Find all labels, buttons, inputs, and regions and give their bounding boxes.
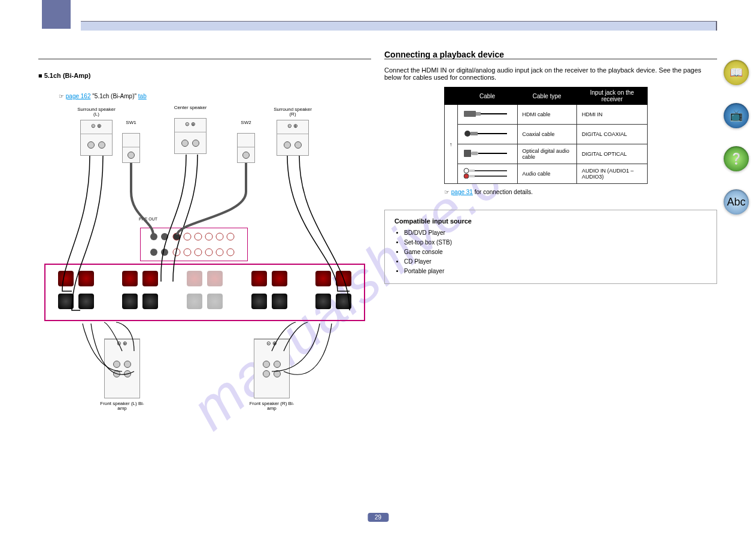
cable-name: HDMI cable bbox=[517, 105, 576, 125]
preout-box bbox=[140, 228, 248, 261]
speaker-label: SW1 bbox=[117, 120, 145, 125]
speaker-label: Surround speaker (R) bbox=[271, 107, 314, 117]
table-row: Audio cable AUDIO IN (AUDIO1 – AUDIO3) bbox=[445, 164, 648, 184]
svg-point-1 bbox=[161, 233, 168, 240]
xref-prefix: ☞ bbox=[59, 93, 64, 99]
cable-table: Cable Cable type Input jack on the recei… bbox=[444, 87, 648, 184]
subwoofer-1: SW1 bbox=[122, 133, 140, 163]
wiring-diagram: Surround speaker (L) ⊝ ⊕ SW1 Center spea… bbox=[38, 108, 371, 419]
speaker-terminal-block bbox=[44, 264, 365, 321]
subheading-bi-amp: ■ 5.1ch (Bi-Amp) bbox=[38, 72, 90, 79]
svg-point-7 bbox=[227, 233, 234, 240]
svg-point-14 bbox=[216, 249, 223, 256]
svg-rect-16 bbox=[464, 111, 476, 117]
speaker-label: Front speaker (R) Bi-amp bbox=[248, 401, 295, 411]
svg-point-6 bbox=[216, 233, 223, 240]
list-item: Portable player bbox=[404, 267, 707, 276]
speaker-label: SW2 bbox=[232, 120, 260, 125]
xref-tab-link[interactable]: tab bbox=[138, 93, 147, 99]
manual-icon[interactable]: 📖 bbox=[724, 60, 749, 85]
note-prefix: ☞ bbox=[444, 189, 450, 195]
faq-icon[interactable]: ❔ bbox=[724, 146, 749, 171]
svg-point-25 bbox=[464, 168, 469, 173]
input-name: HDMI IN bbox=[576, 105, 647, 125]
compat-title: Compatible input source bbox=[394, 217, 707, 225]
svg-point-4 bbox=[195, 233, 202, 240]
preout-label: PRE OUT bbox=[139, 217, 157, 221]
speaker-surround-l: Surround speaker (L) ⊝ ⊕ bbox=[80, 120, 113, 156]
svg-point-10 bbox=[173, 249, 180, 256]
table-arrow-head bbox=[445, 87, 458, 105]
speaker-center: Center speaker ⊝ ⊕ bbox=[174, 118, 207, 154]
xref-page-link[interactable]: page 162 bbox=[66, 93, 91, 99]
svg-point-13 bbox=[205, 249, 212, 256]
section-title: Connecting a playback device bbox=[384, 50, 717, 59]
xref-row: ☞ page 162 "5.1ch (Bi-Amp)" tab bbox=[59, 93, 147, 99]
svg-rect-26 bbox=[469, 170, 475, 172]
list-item: BD/DVD Player bbox=[404, 228, 707, 238]
divider-left bbox=[38, 59, 371, 59]
subwoofer-2: SW2 bbox=[237, 133, 255, 163]
table-row: ↑ HDMI cable HDMI IN bbox=[445, 105, 648, 125]
polarity-label: ⊝ ⊕ bbox=[81, 123, 112, 129]
header-accent-square bbox=[42, 0, 71, 29]
svg-point-9 bbox=[161, 249, 168, 256]
list-item: Set-top box (STB) bbox=[404, 238, 707, 247]
th-cabletype: Cable type bbox=[517, 87, 576, 105]
svg-rect-17 bbox=[476, 112, 481, 116]
header-bar bbox=[81, 21, 717, 31]
svg-point-11 bbox=[184, 249, 191, 256]
svg-rect-22 bbox=[464, 150, 471, 157]
table-row: Optical digital audio cable DIGITAL OPTI… bbox=[445, 144, 648, 164]
page-number: 29 bbox=[368, 513, 388, 522]
cable-name: Audio cable bbox=[517, 164, 576, 184]
input-name: AUDIO IN (AUDIO1 – AUDIO3) bbox=[576, 164, 647, 184]
section-desc: Connect the HDMI IN or digital/analog au… bbox=[384, 67, 717, 81]
quality-arrow: ↑ bbox=[445, 105, 458, 184]
cable-optical-icon bbox=[457, 144, 517, 164]
svg-point-5 bbox=[205, 233, 212, 240]
svg-rect-23 bbox=[471, 152, 478, 155]
svg-point-15 bbox=[227, 249, 234, 256]
compat-list: BD/DVD Player Set-top box (STB) Game con… bbox=[404, 228, 707, 276]
speaker-surround-r: Surround speaker (R) ⊝ ⊕ bbox=[277, 120, 309, 156]
note-page-link[interactable]: page 31 bbox=[451, 189, 473, 195]
svg-point-19 bbox=[464, 131, 470, 137]
cable-coaxial-icon bbox=[457, 125, 517, 144]
speaker-label: Center speaker bbox=[169, 105, 212, 110]
speaker-label: Front speaker (L) Bi-amp bbox=[99, 401, 145, 411]
table-row: Coaxial cable DIGITAL COAXIAL bbox=[445, 125, 648, 144]
cable-hdmi-icon bbox=[457, 105, 517, 125]
note-text: for connection details. bbox=[475, 189, 533, 195]
th-cable: Cable bbox=[457, 87, 517, 105]
xref-midtext: "5.1ch (Bi-Amp)" bbox=[92, 93, 138, 99]
compat-box: Compatible input source BD/DVD Player Se… bbox=[384, 210, 717, 284]
svg-rect-20 bbox=[470, 132, 478, 135]
input-name: DIGITAL COAXIAL bbox=[576, 125, 647, 144]
svg-point-28 bbox=[464, 174, 469, 179]
svg-point-12 bbox=[195, 249, 202, 256]
cable-analog-icon bbox=[457, 164, 517, 184]
glossary-icon[interactable]: Abc bbox=[724, 189, 749, 214]
input-name: DIGITAL OPTICAL bbox=[576, 144, 647, 164]
preout-jacks-icon bbox=[141, 228, 247, 261]
display-icon[interactable]: 📺 bbox=[724, 103, 749, 128]
svg-rect-29 bbox=[469, 175, 475, 177]
svg-point-3 bbox=[184, 233, 191, 240]
th-input: Input jack on the receiver bbox=[576, 87, 647, 105]
speaker-front-l-biamp: ⊝ ⊕ Front speaker (L) Bi-amp bbox=[104, 338, 140, 398]
note-row: ☞ page 31 for connection details. bbox=[444, 189, 717, 195]
svg-point-8 bbox=[150, 249, 157, 256]
speaker-label: Surround speaker (L) bbox=[75, 107, 118, 117]
svg-point-2 bbox=[173, 233, 180, 240]
speaker-front-r-biamp: ⊝ ⊕ Front speaker (R) Bi-amp bbox=[254, 338, 290, 398]
polarity-label: ⊝ ⊕ bbox=[277, 123, 308, 129]
cable-name: Optical digital audio cable bbox=[517, 144, 576, 164]
svg-point-0 bbox=[150, 233, 157, 240]
cable-name: Coaxial cable bbox=[517, 125, 576, 144]
polarity-label: ⊝ ⊕ bbox=[175, 121, 206, 127]
side-nav: 📖 📺 ❔ Abc bbox=[724, 60, 749, 214]
list-item: Game console bbox=[404, 247, 707, 257]
list-item: CD Player bbox=[404, 257, 707, 267]
